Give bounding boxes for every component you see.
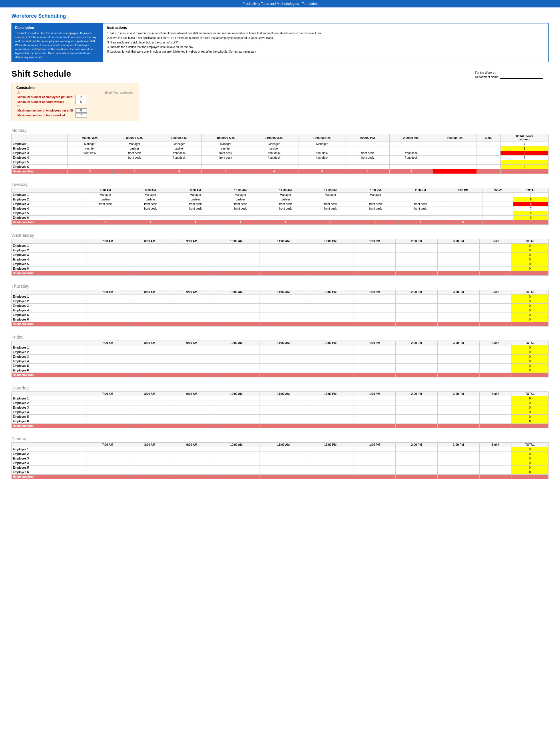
schedule-cell[interactable] [298, 146, 346, 151]
schedule-cell[interactable] [396, 452, 438, 456]
schedule-cell[interactable] [396, 456, 438, 461]
schedule-cell[interactable] [437, 244, 479, 248]
schedule-cell[interactable] [87, 359, 129, 364]
schedule-cell[interactable] [213, 415, 260, 419]
schedule-cell[interactable] [213, 364, 260, 368]
schedule-cell[interactable] [260, 253, 307, 257]
schedule-cell[interactable]: cashier [67, 146, 112, 151]
schedule-cell[interactable] [437, 317, 479, 322]
sick-cell[interactable] [479, 419, 511, 424]
schedule-cell[interactable] [213, 470, 260, 475]
schedule-cell[interactable] [67, 156, 112, 160]
schedule-cell[interactable] [437, 350, 479, 355]
sick-cell[interactable] [479, 447, 511, 452]
schedule-cell[interactable] [213, 313, 260, 317]
schedule-cell[interactable] [396, 295, 438, 299]
schedule-cell[interactable] [346, 160, 389, 165]
sick-cell[interactable] [479, 355, 511, 359]
sick-cell[interactable] [479, 415, 511, 419]
schedule-cell[interactable] [353, 216, 398, 220]
schedule-cell[interactable] [396, 419, 438, 424]
schedule-cell[interactable] [437, 359, 479, 364]
schedule-cell[interactable] [128, 211, 173, 216]
schedule-cell[interactable] [157, 160, 202, 165]
schedule-cell[interactable]: Manager [263, 193, 308, 197]
schedule-cell[interactable] [112, 160, 157, 165]
schedule-cell[interactable] [129, 368, 171, 373]
schedule-cell[interactable] [87, 313, 129, 317]
schedule-cell[interactable] [433, 151, 477, 156]
sick-cell[interactable] [479, 405, 511, 410]
schedule-cell[interactable]: Manager [128, 193, 173, 197]
schedule-cell[interactable]: front desk [308, 206, 353, 211]
schedule-cell[interactable] [83, 216, 128, 220]
sick-cell[interactable] [477, 142, 501, 146]
schedule-cell[interactable] [354, 368, 396, 373]
schedule-cell[interactable] [87, 405, 129, 410]
schedule-cell[interactable]: front desk [298, 151, 346, 156]
schedule-cell[interactable] [307, 266, 354, 271]
schedule-cell[interactable] [213, 359, 260, 364]
schedule-cell[interactable] [260, 317, 307, 322]
schedule-cell[interactable] [87, 262, 129, 266]
schedule-cell[interactable] [307, 244, 354, 248]
schedule-cell[interactable]: front desk [389, 156, 433, 160]
schedule-cell[interactable] [213, 295, 260, 299]
schedule-cell[interactable] [354, 253, 396, 257]
schedule-cell[interactable] [87, 308, 129, 313]
sick-cell[interactable] [479, 295, 511, 299]
schedule-cell[interactable]: Manager [112, 142, 157, 146]
schedule-cell[interactable] [87, 248, 129, 253]
schedule-cell[interactable] [129, 313, 171, 317]
schedule-cell[interactable] [353, 197, 398, 202]
sick-cell[interactable] [477, 156, 501, 160]
schedule-cell[interactable] [129, 470, 171, 475]
schedule-cell[interactable] [433, 156, 477, 160]
schedule-cell[interactable]: front desk [157, 151, 202, 156]
schedule-cell[interactable] [213, 350, 260, 355]
sick-cell[interactable] [479, 313, 511, 317]
schedule-cell[interactable] [213, 456, 260, 461]
schedule-cell[interactable] [213, 345, 260, 350]
schedule-cell[interactable]: front desk [202, 151, 250, 156]
sick-cell[interactable] [483, 193, 513, 197]
schedule-cell[interactable]: front desk [173, 206, 218, 211]
schedule-cell[interactable] [171, 368, 213, 373]
schedule-cell[interactable] [112, 165, 157, 169]
sick-cell[interactable] [479, 410, 511, 415]
schedule-cell[interactable] [437, 308, 479, 313]
schedule-cell[interactable] [83, 211, 128, 216]
schedule-cell[interactable] [354, 317, 396, 322]
schedule-cell[interactable] [437, 396, 479, 401]
schedule-cell[interactable] [263, 216, 308, 220]
schedule-cell[interactable] [396, 308, 438, 313]
schedule-cell[interactable]: Manager [308, 193, 353, 197]
schedule-cell[interactable] [307, 452, 354, 456]
schedule-cell[interactable] [389, 142, 433, 146]
schedule-cell[interactable] [260, 466, 307, 470]
schedule-cell[interactable] [171, 244, 213, 248]
schedule-cell[interactable] [443, 202, 483, 206]
schedule-cell[interactable] [437, 401, 479, 405]
schedule-cell[interactable] [437, 456, 479, 461]
schedule-cell[interactable] [171, 317, 213, 322]
schedule-cell[interactable]: cashier [218, 197, 263, 202]
sick-cell[interactable] [479, 308, 511, 313]
schedule-cell[interactable] [250, 160, 298, 165]
schedule-cell[interactable] [202, 165, 250, 169]
schedule-cell[interactable] [171, 299, 213, 304]
schedule-cell[interactable] [87, 419, 129, 424]
schedule-cell[interactable] [128, 216, 173, 220]
schedule-cell[interactable] [346, 165, 389, 169]
schedule-cell[interactable] [396, 401, 438, 405]
schedule-cell[interactable] [129, 452, 171, 456]
schedule-cell[interactable] [213, 355, 260, 359]
schedule-cell[interactable] [307, 295, 354, 299]
schedule-cell[interactable] [87, 461, 129, 466]
schedule-cell[interactable] [129, 419, 171, 424]
schedule-cell[interactable] [129, 456, 171, 461]
schedule-cell[interactable] [171, 355, 213, 359]
schedule-cell[interactable]: front desk [157, 156, 202, 160]
schedule-cell[interactable] [437, 368, 479, 373]
sick-cell[interactable] [479, 345, 511, 350]
